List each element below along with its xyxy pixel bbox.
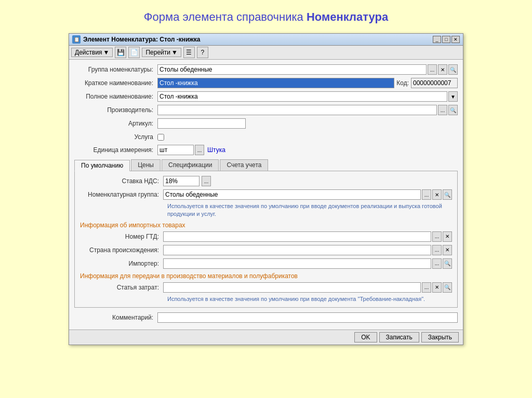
manufacturer-search-button[interactable]: 🔍 — [448, 105, 458, 115]
minimize-button[interactable]: _ — [433, 36, 441, 43]
short-name-row: Краткое наименование: Код: — [74, 77, 458, 89]
page-title-section: Форма элемента справочника Номенклатура — [144, 10, 388, 24]
nom-group-hint: Используется в качестве значения по умол… — [167, 202, 452, 218]
gtd-clear-button[interactable]: ✕ — [443, 231, 452, 242]
unit-row: Единица измерения: ... Штука — [74, 145, 458, 155]
tab-specs[interactable]: Спецификации — [162, 159, 219, 171]
close-button[interactable]: ✕ — [451, 36, 460, 43]
importer-label: Импортер: — [80, 260, 163, 267]
kod-input[interactable] — [411, 78, 458, 88]
comment-label: Комментарий: — [74, 314, 157, 321]
full-name-row: Полное наименование: ▼ — [74, 91, 458, 102]
main-window: 📋 Элемент Номенклатура: Стол -книжка _ □… — [69, 33, 463, 345]
tab-default[interactable]: По умолчанию — [74, 160, 130, 171]
vat-dots-button[interactable]: ... — [202, 176, 211, 186]
unit-input[interactable] — [157, 145, 194, 155]
country-label: Страна происхождения: — [80, 246, 163, 254]
gtd-dots-button[interactable]: ... — [432, 231, 442, 242]
group-dots-button[interactable]: ... — [428, 64, 437, 75]
manufacturer-dots-button[interactable]: ... — [438, 105, 447, 115]
close-button[interactable]: Закрыть — [421, 332, 459, 342]
nom-group-label: Номенклатурная группа: — [80, 191, 163, 198]
nom-group-row: Номенклатурная группа: ... ✕ 🔍 — [80, 189, 452, 200]
gtd-input[interactable] — [163, 231, 431, 242]
nom-group-clear-button[interactable]: ✕ — [432, 189, 442, 200]
kod-label: Код: — [396, 79, 409, 87]
manufacturer-label: Производитель: — [74, 106, 157, 114]
group-input[interactable] — [157, 64, 427, 75]
full-name-dropdown-button[interactable]: ▼ — [448, 91, 458, 102]
cost-input[interactable] — [163, 282, 421, 293]
service-label: Услуга — [74, 133, 157, 141]
window-content: Группа номенклатуры: ... ✕ 🔍 Краткое наи… — [69, 60, 463, 330]
save-icon-button[interactable]: 💾 — [115, 47, 126, 58]
page-title-bold: Номенклатура — [307, 10, 388, 23]
comment-row: Комментарий: — [74, 312, 458, 323]
manufacturer-input[interactable] — [157, 105, 437, 115]
actions-dropdown-icon: ▼ — [103, 49, 110, 56]
help-icon-button[interactable]: ? — [197, 47, 208, 58]
service-row: Услуга — [74, 131, 458, 143]
unit-dots-button[interactable]: ... — [195, 145, 204, 155]
actions-button[interactable]: Действия ▼ — [71, 48, 113, 57]
save-button[interactable]: Записать — [379, 332, 419, 342]
group-clear-button[interactable]: ✕ — [438, 64, 447, 75]
service-checkbox[interactable] — [157, 134, 164, 141]
cost-row: Статья затрат: ... ✕ 🔍 — [80, 282, 452, 293]
window-titlebar: 📋 Элемент Номенклатура: Стол -книжка _ □… — [69, 34, 463, 46]
tab-content-default: Ставка НДС: ... Номенклатурная группа: .… — [74, 171, 458, 308]
gtd-label: Номер ГТД: — [80, 233, 163, 240]
copy-icon-button[interactable]: 📄 — [128, 47, 140, 58]
goto-button[interactable]: Перейти ▼ — [142, 48, 181, 57]
articul-input[interactable] — [157, 118, 246, 129]
window-toolbar: Действия ▼ 💾 📄 Перейти ▼ ☰ ? — [69, 46, 463, 60]
gtd-row: Номер ГТД: ... ✕ — [80, 231, 452, 242]
articul-row: Артикул: — [74, 118, 458, 129]
goto-dropdown-icon: ▼ — [171, 49, 178, 56]
group-row: Группа номенклатуры: ... ✕ 🔍 — [74, 64, 458, 75]
tabs-bar: По умолчанию Цены Спецификации Счета уче… — [74, 159, 458, 171]
country-clear-button[interactable]: ✕ — [443, 245, 452, 255]
production-section-title: Информация для передачи в производство м… — [80, 272, 452, 280]
importer-search-button[interactable]: 🔍 — [443, 258, 452, 269]
group-label: Группа номенклатуры: — [74, 66, 157, 73]
unit-link[interactable]: Штука — [207, 146, 225, 154]
tab-prices[interactable]: Цены — [131, 159, 161, 171]
country-input[interactable] — [163, 245, 431, 255]
short-name-input[interactable] — [157, 78, 394, 88]
cost-clear-button[interactable]: ✕ — [432, 282, 442, 293]
nom-group-input[interactable] — [163, 189, 421, 200]
window-title: Элемент Номенклатура: Стол -книжка — [83, 36, 201, 43]
group-search-button[interactable]: 🔍 — [448, 64, 458, 75]
list-icon-button[interactable]: ☰ — [183, 47, 195, 58]
window-icon: 📋 — [72, 35, 81, 44]
country-dots-button[interactable]: ... — [432, 245, 442, 255]
tab-accounts[interactable]: Счета учета — [220, 159, 268, 171]
ok-button[interactable]: OK — [354, 332, 377, 342]
importer-dots-button[interactable]: ... — [432, 258, 442, 269]
cost-search-button[interactable]: 🔍 — [443, 282, 452, 293]
cost-dots-button[interactable]: ... — [422, 282, 431, 293]
window-footer: OK Записать Закрыть — [69, 330, 463, 345]
import-section-title: Информация об импортных товарах — [80, 222, 452, 229]
country-row: Страна происхождения: ... ✕ — [80, 244, 452, 256]
unit-label: Единица измерения: — [74, 146, 157, 154]
vat-label: Ставка НДС: — [80, 177, 163, 185]
nom-group-search-button[interactable]: 🔍 — [443, 189, 452, 200]
nom-group-dots-button[interactable]: ... — [422, 189, 431, 200]
page-title-normal: Форма элемента справочника — [144, 10, 307, 23]
manufacturer-row: Производитель: ... 🔍 — [74, 104, 458, 116]
cost-label: Статья затрат: — [80, 284, 163, 291]
short-name-label: Краткое наименование: — [74, 79, 157, 87]
maximize-button[interactable]: □ — [442, 36, 450, 43]
vat-row: Ставка НДС: ... — [80, 175, 452, 187]
cost-hint: Используется в качестве значения по умол… — [167, 295, 452, 303]
full-name-input[interactable] — [157, 91, 447, 102]
full-name-label: Полное наименование: — [74, 93, 157, 100]
articul-label: Артикул: — [74, 120, 157, 127]
comment-input[interactable] — [157, 312, 458, 323]
importer-row: Импортер: ... 🔍 — [80, 258, 452, 269]
vat-input[interactable] — [163, 176, 200, 186]
importer-input[interactable] — [163, 258, 431, 269]
